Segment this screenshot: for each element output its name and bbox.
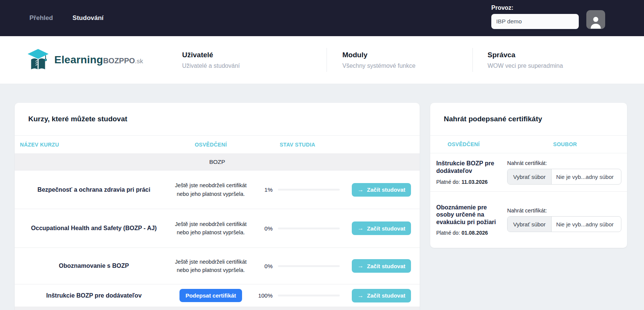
start-studying-button[interactable]: → Začít studovat bbox=[352, 289, 411, 302]
study-progress: 1% bbox=[248, 186, 347, 193]
menu-uzivatele[interactable]: Uživatelé Uživatelé a studování bbox=[182, 51, 240, 69]
provoz-area: Provoz: bbox=[491, 0, 605, 36]
valid-until: Platné do: 11.03.2026 bbox=[436, 179, 507, 185]
upload-certificate-label: Nahrát certifikát: bbox=[507, 208, 621, 214]
start-studying-button[interactable]: → Začít studovat bbox=[352, 221, 411, 235]
course-name: Oboznamovanie s BOZP bbox=[15, 262, 173, 270]
valid-until: Platné do: 01.08.2026 bbox=[436, 230, 507, 236]
section-row-next bbox=[15, 307, 420, 310]
certificate-name: Inštrukcie BOZP pre dodávateľov bbox=[436, 160, 502, 174]
certificates-card-title: Nahrát podepsané certifikáty bbox=[430, 103, 627, 136]
certificate-status-text: Ještě jste neobdrželi certifikát nebo je… bbox=[173, 258, 248, 275]
choose-file-button[interactable]: Vybrať súbor bbox=[508, 169, 552, 184]
progress-bar bbox=[278, 189, 340, 191]
progress-bar bbox=[278, 265, 340, 267]
table-row: Oboznamovanie s BOZP Ještě jste neobdrže… bbox=[15, 248, 420, 284]
nav-link-prehled[interactable]: Přehled bbox=[29, 14, 53, 22]
nav-link-studovani[interactable]: Studování bbox=[72, 14, 103, 22]
progress-bar bbox=[278, 295, 340, 296]
course-name: Inštrukcie BOZP pre dodávateľov bbox=[15, 292, 173, 300]
certificate-status-text: Ještě jste neobdrželi certifikát nebo je… bbox=[173, 181, 248, 198]
certificate-name: Oboznámenie pre osoby určené na evakuáci… bbox=[436, 204, 502, 226]
header-divider bbox=[327, 48, 327, 72]
table-row: Oboznámenie pre osoby určené na evakuáci… bbox=[430, 191, 627, 248]
logo-tld: .sk bbox=[135, 58, 143, 65]
progress-label: 1% bbox=[248, 186, 273, 193]
menu-title: Správca bbox=[488, 51, 563, 59]
main-content: Kurzy, které můžete studovat NÁZEV KURZU… bbox=[0, 84, 644, 310]
choose-file-button[interactable]: Vybrať súbor bbox=[508, 217, 552, 232]
menu-title: Moduly bbox=[342, 51, 416, 59]
courses-table-header: NÁZEV KURZU OSVĚDČENÍ STAV STUDIA bbox=[15, 136, 420, 153]
column-header-soubor: SOUBOR bbox=[536, 141, 627, 147]
menu-subtitle: Všechny systémové funkce bbox=[342, 63, 416, 69]
menu-subtitle: Uživatelé a studování bbox=[182, 63, 240, 69]
arrow-right-icon: → bbox=[357, 292, 363, 299]
progress-label: 100% bbox=[248, 292, 273, 299]
header-divider bbox=[472, 48, 473, 72]
provoz-label: Provoz: bbox=[491, 5, 579, 11]
column-header-stav-studia: STAV STUDIA bbox=[248, 142, 347, 148]
table-row: Inštrukcie BOZP pre dodávateľov Platné d… bbox=[430, 153, 627, 191]
app-header: ElearningBOZPPO.sk Uživatelé Uživatelé a… bbox=[0, 36, 644, 84]
menu-spravca[interactable]: Správca WOW veci pre superadmina bbox=[488, 51, 563, 69]
menu-moduly[interactable]: Moduly Všechny systémové funkce bbox=[342, 51, 416, 69]
top-navbar: Přehled Studování Provoz: bbox=[0, 0, 644, 36]
menu-title: Uživatelé bbox=[182, 51, 240, 59]
study-progress: 100% bbox=[248, 292, 347, 299]
file-status-text: Nie je vyb...adny súbor bbox=[552, 221, 618, 228]
logo[interactable]: ElearningBOZPPO.sk bbox=[26, 47, 143, 72]
study-progress: 0% bbox=[248, 225, 347, 232]
courses-card-title: Kurzy, které můžete studovat bbox=[15, 103, 420, 136]
column-header-nazev-kurzu: NÁZEV KURZU bbox=[15, 142, 173, 148]
table-row: Inštrukcie BOZP pre dodávateľov Podepsat… bbox=[15, 284, 420, 307]
user-avatar[interactable] bbox=[586, 10, 605, 29]
file-input[interactable]: Vybrať súbor Nie je vyb...adny súbor bbox=[507, 216, 621, 232]
user-icon bbox=[589, 14, 603, 29]
progress-bar bbox=[278, 228, 340, 229]
file-status-text: Nie je vyb...adny súbor bbox=[552, 174, 618, 180]
column-header-osvedceni: OSVĚDČENÍ bbox=[430, 141, 536, 147]
top-nav-links: Přehled Studování bbox=[29, 0, 104, 36]
progress-label: 0% bbox=[248, 225, 273, 232]
sign-certificate-button[interactable]: Podepsat certifikát bbox=[179, 289, 242, 302]
section-row-bozp: BOZP bbox=[15, 153, 420, 171]
logo-brand: Elearning bbox=[54, 54, 103, 66]
certificates-table-header: OSVĚDČENÍ SOUBOR bbox=[430, 136, 627, 153]
certificate-status-text: Ještě jste neobdrželi certifikát nebo je… bbox=[173, 220, 248, 237]
logo-suffix: BOZPPO bbox=[103, 57, 135, 65]
progress-label: 0% bbox=[248, 263, 273, 269]
table-row: Occupational Health and Safety (BOZP - A… bbox=[15, 209, 420, 248]
arrow-right-icon: → bbox=[357, 225, 363, 232]
column-header-osvedceni: OSVĚDČENÍ bbox=[173, 142, 248, 148]
arrow-right-icon: → bbox=[357, 263, 363, 269]
table-row: Bezpečnosť a ochrana zdravia pri práci J… bbox=[15, 171, 420, 209]
course-name: Occupational Health and Safety (BOZP - A… bbox=[15, 224, 173, 232]
start-studying-button[interactable]: → Začít studovat bbox=[352, 259, 411, 273]
graduation-cap-book-icon bbox=[26, 47, 51, 72]
file-input[interactable]: Vybrať súbor Nie je vyb...adny súbor bbox=[507, 169, 621, 185]
course-name: Bezpečnosť a ochrana zdravia pri práci bbox=[15, 186, 173, 194]
provoz-input[interactable] bbox=[491, 14, 579, 29]
courses-card: Kurzy, které můžete studovat NÁZEV KURZU… bbox=[15, 103, 420, 310]
upload-certificate-label: Nahrát certifikát: bbox=[507, 160, 621, 166]
arrow-right-icon: → bbox=[357, 186, 363, 193]
certificates-card: Nahrát podepsané certifikáty OSVĚDČENÍ S… bbox=[430, 103, 627, 248]
start-studying-button[interactable]: → Začít studovat bbox=[352, 183, 411, 197]
menu-subtitle: WOW veci pre superadmina bbox=[488, 63, 563, 69]
study-progress: 0% bbox=[248, 263, 347, 269]
logo-text: ElearningBOZPPO.sk bbox=[54, 54, 143, 66]
